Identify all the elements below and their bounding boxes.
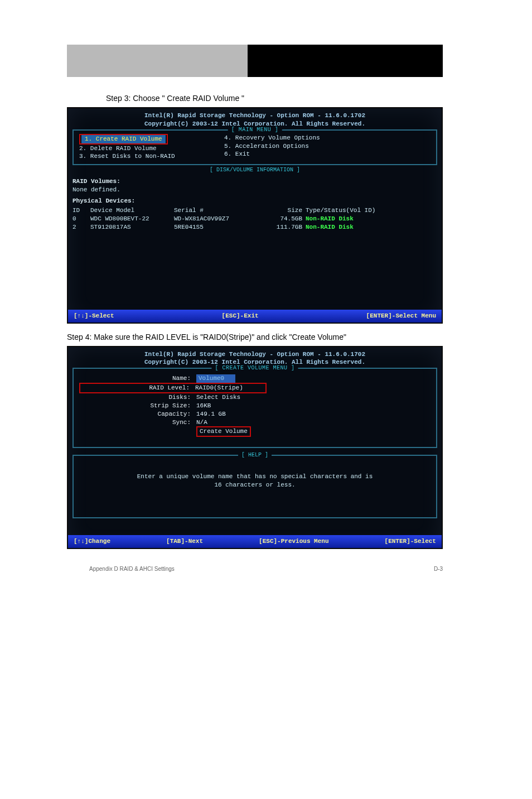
dev-size: 111.7GB [258,223,306,232]
help-text-line1: Enter a unique volume name that has no s… [85,473,425,481]
sync-label: Sync: [79,418,196,427]
create-volume-frame: [ CREATE VOLUME MENU ] Name: Volume0 RAI… [72,368,437,448]
field-strip-size: Strip Size: 16KB [79,402,431,410]
capacity-value[interactable]: 149.1 GB [196,410,226,418]
document-page: Step 3: Choose " Create RAID Volume " In… [0,0,532,594]
raid-level-label: RAID Level: [80,384,195,392]
col-serial: Serial # [174,206,258,215]
spacer [72,232,437,293]
step3-suffix: " [241,94,244,103]
field-name: Name: Volume0 [79,374,431,383]
name-label: Name: [79,374,196,383]
bios-title-line1: Intel(R) Rapid Storage Technology - Opti… [72,112,437,120]
menu-right-col: 4. Recovery Volume Options 5. Accelerati… [224,134,347,161]
field-sync: Sync: N/A [79,418,431,427]
footer-right: D-3 [434,566,443,572]
device-row: 2 ST9120817AS 5RE041S5 111.7GB Non-RAID … [72,223,437,232]
footer-menu: [ENTER]-Select Menu [366,312,436,320]
footer-prev: [ESC]-Previous Menu [259,537,328,546]
bios-screenshot-main-menu: Intel(R) Rapid Storage Technology - Opti… [67,107,443,324]
help-frame: [ HELP ] Enter a unique volume name that… [72,455,437,518]
step4-instruction: Step 4: Make sure the RAID LEVEL is "RAI… [67,333,499,341]
col-type: Type/Status(Vol ID) [306,206,437,215]
step3-prefix: Step 3: Choose " [106,94,165,103]
device-header-row: ID Device Model Serial # Size Type/Statu… [72,206,437,215]
help-text-line2: 16 characters or less. [85,481,425,489]
menu-item-recovery[interactable]: 4. Recovery Volume Options [224,134,347,142]
capacity-label: Capacity: [79,410,196,418]
dev-status: Non-RAID Disk [306,215,437,223]
menu-item-acceleration[interactable]: 5. Acceleration Options [224,142,347,151]
footer-exit: [ESC]-Exit [222,312,259,320]
dev-id: 2 [72,223,90,232]
strip-label: Strip Size: [79,402,196,410]
bios2-title-line1: Intel(R) Rapid Storage Technology - Opti… [72,350,437,359]
bios1-footer-bar: [↑↓]-Select [ESC]-Exit [ENTER]-Select Me… [68,310,442,323]
menu-item-delete-raid[interactable]: 2. Delete RAID Volume [79,145,202,153]
device-table: ID Device Model Serial # Size Type/Statu… [72,206,437,232]
field-create-volume: Create Volume [79,426,431,437]
menu-columns: 1. Create RAID Volume 2. Delete RAID Vol… [79,134,431,161]
col-model: Device Model [90,206,174,215]
bios-screenshot-create-volume: Intel(R) Rapid Storage Technology - Opti… [67,346,443,549]
create-fields: Name: Volume0 RAID Level: RAID0(Stripe) … [79,374,431,437]
raid-volumes-label: RAID Volumes: [72,177,437,186]
page-header-bar [67,45,443,77]
footer-sel: [ENTER]-Select [385,537,436,546]
menu-left-col: 1. Create RAID Volume 2. Delete RAID Vol… [79,134,202,161]
field-capacity: Capacity: 149.1 GB [79,410,431,418]
menu-item-create-raid[interactable]: 1. Create RAID Volume [79,134,202,145]
raid-level-value[interactable]: RAID0(Stripe) [195,384,265,392]
physical-devices-label: Physical Devices: [72,197,437,205]
strip-value[interactable]: 16KB [196,402,211,410]
footer-left: Appendix D RAID & AHCI Settings [89,566,175,572]
dev-size: 74.5GB [258,215,306,223]
device-row: 0 WDC WD800BEVT-22 WD-WX81AC0V99Z7 74.5G… [72,215,437,223]
header-black-block [248,45,443,77]
step3-instruction: Step 3: Choose " Create RAID Volume " [106,94,499,103]
footer-next: [TAB]-Next [166,537,203,546]
dev-id: 0 [72,215,90,223]
help-label: [ HELP ] [238,451,272,459]
footer-change: [↑↓]Change [74,537,110,546]
dev-model: ST9120817AS [90,223,174,232]
col-size: Size [258,206,306,215]
name-input[interactable]: Volume0 [196,374,235,383]
col-id: ID [72,206,90,215]
create-volume-button[interactable]: Create Volume [196,426,251,437]
page-footer: Appendix D RAID & AHCI Settings D-3 [89,566,443,572]
none-defined: None defined. [72,186,437,194]
header-gray-block [67,45,248,77]
dev-serial: WD-WX81AC0V99Z7 [174,215,258,223]
field-raid-level: RAID Level: RAID0(Stripe) [79,383,431,393]
dev-serial: 5RE041S5 [174,223,258,232]
field-disks: Disks: Select Disks [79,393,431,402]
menu-item-exit[interactable]: 6. Exit [224,150,347,158]
sync-value: N/A [196,418,207,427]
disk-info-label: [ DISK/VOLUME INFORMATION ] [72,166,437,174]
main-menu-label: [ MAIN MENU ] [228,126,282,134]
bios2-footer-bar: [↑↓]Change [TAB]-Next [ESC]-Previous Men… [68,535,442,548]
dev-status: Non-RAID Disk [306,223,437,232]
menu-item-reset-disks[interactable]: 3. Reset Disks to Non-RAID [79,152,202,161]
step3-option: Create RAID Volume [167,94,239,103]
disks-label: Disks: [79,393,196,402]
footer-select: [↑↓]-Select [74,312,114,320]
main-menu-frame: [ MAIN MENU ] 1. Create RAID Volume 2. D… [72,129,437,166]
dev-model: WDC WD800BEVT-22 [90,215,174,223]
create-volume-label: [ CREATE VOLUME MENU ] [211,364,298,372]
disks-value[interactable]: Select Disks [196,393,240,402]
